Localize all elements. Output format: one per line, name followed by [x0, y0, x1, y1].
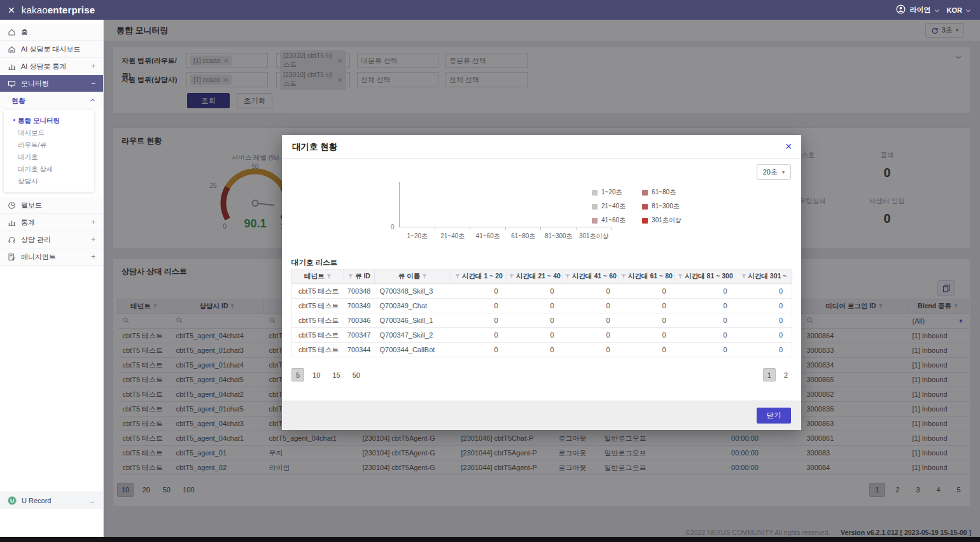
submenu-item[interactable]: 대기호	[4, 151, 94, 163]
col-band-21-40[interactable]: 시간대 21 ~ 40	[507, 269, 563, 284]
modal-title: 대기호 현황	[292, 135, 337, 159]
queue-table-row[interactable]: cbtT5 테스트700348 Q700348_Skill_30 00 00 0	[292, 284, 792, 299]
queue-table-header-row: 테넌트 큐 ID 큐 이름 시간대 1 ~ 20 시간대 21 ~ 40 시간대…	[292, 269, 792, 284]
col-band-1-20[interactable]: 시간대 1 ~ 20	[451, 269, 507, 284]
page-size-button[interactable]: 5	[291, 368, 304, 382]
modal-page-size-selector: 5101550	[291, 368, 364, 382]
col-queue-name[interactable]: 큐 이름	[375, 269, 451, 284]
legend-swatch	[592, 190, 598, 196]
sidebar-item-consult-mgmt[interactable]: 상담 관리 +	[0, 231, 103, 248]
legend-item: 301초이상	[642, 216, 682, 225]
col-band-301[interactable]: 시간대 301 ~	[736, 269, 792, 284]
legend-label: 301초이상	[652, 216, 682, 225]
sidebar: 홈 AI 상담봇 대시보드 AI 상담봇 통계 + 모니터링 − 현황 통합 모…	[0, 20, 104, 537]
top-header: ✕ kakaoenterprise 라이언 KOR	[0, 0, 980, 20]
page-size-button[interactable]: 50	[349, 368, 364, 382]
sidebar-item-ai-bot-stats[interactable]: AI 상담봇 통계 +	[0, 58, 103, 75]
chevron-up-icon	[90, 98, 95, 103]
legend-label: 21~40초	[601, 202, 626, 211]
submenu-item[interactable]: 대시보드	[4, 127, 94, 139]
col-band-61-80[interactable]: 시간대 61 ~ 80	[619, 269, 675, 284]
sidebar-item-label: 홈	[21, 27, 28, 37]
filter-icon	[348, 274, 353, 279]
waiting-call-bar-chart: 0 1~20초21~40초41~60초61~80초81~300초301초이상	[399, 182, 611, 227]
y-axis-zero-label: 0	[391, 224, 395, 231]
col-band-81-300[interactable]: 시간대 81 ~ 300	[675, 269, 736, 284]
page-size-button[interactable]: 15	[328, 368, 344, 382]
sidebar-item-wallboard[interactable]: 월보드	[0, 197, 103, 214]
headset-icon	[8, 236, 16, 244]
sidebar-item-label: 상담 관리	[21, 235, 51, 245]
x-axis-label: 301초이상	[577, 232, 612, 241]
interval-value: 20초	[763, 168, 778, 177]
x-axis-ticks	[400, 227, 612, 230]
expand-icon[interactable]: +	[91, 62, 95, 71]
monitor-icon	[8, 80, 16, 88]
x-axis-label: 81~300초	[541, 232, 577, 241]
col-band-41-60[interactable]: 시간대 41 ~ 60	[563, 269, 619, 284]
sidebar-item-label: AI 상담봇 대시보드	[21, 45, 81, 54]
legend-swatch	[592, 218, 598, 224]
x-axis-label: 61~80초	[506, 232, 542, 241]
chart-legend: 1~20초 21~40초 41~60초 61~80초 81~300초 301초이…	[592, 188, 682, 225]
queue-table-row[interactable]: cbtT5 테스트700349 Q700349_Chat0 00 00 0	[292, 299, 792, 313]
page-size-button[interactable]: 10	[309, 368, 324, 382]
legend-item: 1~20초	[592, 188, 626, 197]
sidebar-item-label: 통계	[21, 218, 35, 227]
locale-selector[interactable]: KOR	[947, 6, 962, 14]
col-tenant[interactable]: 테넌트	[292, 269, 344, 284]
home-icon	[8, 45, 16, 53]
x-axis-labels: 1~20초21~40초41~60초61~80초81~300초301초이상	[400, 232, 612, 241]
legend-item: 61~80초	[642, 188, 682, 197]
user-name[interactable]: 라이언	[910, 5, 931, 15]
x-axis-label: 21~40초	[435, 232, 471, 241]
legend-swatch	[642, 218, 648, 224]
sidebar-item-u-record[interactable]: U U Record →	[0, 492, 103, 509]
page-button[interactable]: 2	[780, 368, 792, 382]
submenu-item[interactable]: 라우트/큐	[4, 139, 94, 151]
x-axis-label: 1~20초	[400, 232, 435, 241]
sidebar-section-status[interactable]: 현황	[0, 92, 103, 109]
page-button[interactable]: 1	[763, 368, 776, 382]
modal-close-icon[interactable]: ✕	[785, 141, 792, 152]
submenu-item[interactable]: 통합 모니터링	[4, 115, 94, 127]
waiting-call-modal: 대기호 현황 ✕ 20초 ▾ 0 1~20초21~40초41~60초61~80초…	[282, 135, 801, 430]
sidebar-item-stats[interactable]: 통계 +	[0, 214, 103, 231]
queue-table-row[interactable]: cbtT5 테스트700347 Q700347_Skill_20 00 00 0	[292, 328, 792, 343]
sidebar-item-management[interactable]: 매니지먼트 +	[0, 248, 103, 266]
queue-table-row[interactable]: cbtT5 테스트700346 Q700346_Skill_10 00 00 0	[292, 313, 792, 328]
expand-icon[interactable]: +	[91, 218, 95, 227]
expand-icon[interactable]: +	[91, 235, 95, 244]
chevron-down-icon[interactable]	[966, 8, 970, 12]
chevron-down-icon[interactable]	[935, 8, 939, 12]
col-queue-id[interactable]: 큐 ID	[344, 269, 375, 284]
section-label: 현황	[11, 96, 25, 106]
bar-chart-icon	[8, 218, 16, 227]
filter-icon	[741, 274, 746, 279]
sidebar-item-label: 월보드	[21, 201, 42, 210]
sidebar-item-home[interactable]: 홈	[0, 24, 103, 41]
collapse-icon[interactable]: −	[91, 79, 95, 88]
filter-icon	[326, 274, 332, 279]
sidebar-item-label: U Record	[22, 497, 51, 504]
clock-icon	[8, 201, 16, 210]
modal-interval-selector[interactable]: 20초 ▾	[757, 164, 791, 180]
legend-item: 81~300초	[642, 202, 682, 211]
close-icon[interactable]: ✕	[8, 6, 15, 15]
sidebar-item-label: AI 상담봇 통계	[21, 62, 67, 71]
legend-label: 41~60초	[601, 216, 626, 225]
modal-close-button[interactable]: 닫기	[757, 408, 791, 424]
u-record-icon: U	[8, 496, 17, 505]
home-icon	[8, 28, 16, 36]
queue-list-table: 테넌트 큐 ID 큐 이름 시간대 1 ~ 20 시간대 21 ~ 40 시간대…	[291, 269, 792, 357]
queue-table-row[interactable]: cbtT5 테스트700344 Q700344_CallBot0 00 00 0	[292, 343, 792, 357]
sidebar-item-ai-bot-dashboard[interactable]: AI 상담봇 대시보드	[0, 41, 103, 58]
modal-pagination: 12	[763, 368, 792, 382]
submenu-item[interactable]: 상담사	[4, 175, 94, 187]
submenu-item[interactable]: 대기호 상세	[4, 163, 94, 175]
modal-footer: 닫기	[282, 401, 801, 430]
brand-kakao: kakao	[22, 4, 48, 15]
expand-icon[interactable]: +	[91, 252, 95, 261]
sidebar-item-monitoring[interactable]: 모니터링 −	[0, 75, 103, 92]
filter-icon	[455, 274, 460, 279]
